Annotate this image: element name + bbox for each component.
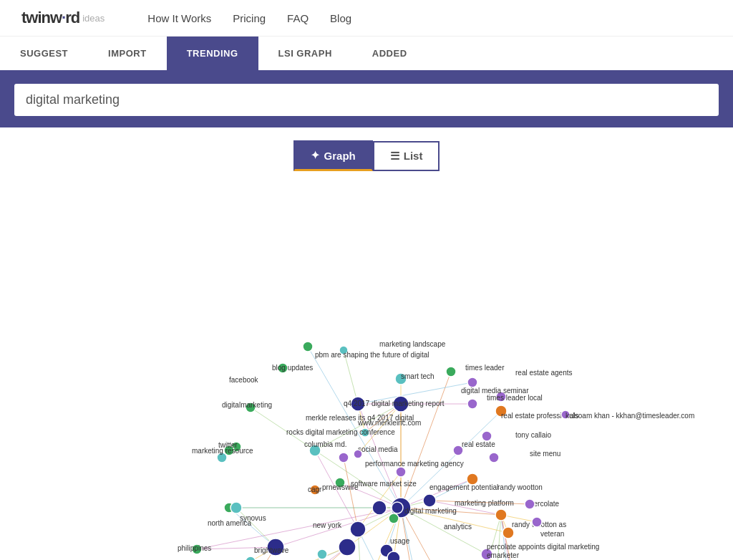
node-label: software market size xyxy=(351,480,417,488)
graph-icon: ✦ xyxy=(311,149,320,162)
node-label: real estate agents xyxy=(515,369,573,377)
graph-node[interactable] xyxy=(532,517,542,527)
node-label: smart tech xyxy=(401,372,435,380)
graph-node[interactable] xyxy=(389,513,399,523)
graph-node[interactable] xyxy=(489,453,499,463)
header: twinw·rd ideas How It Works Pricing FAQ … xyxy=(0,0,733,37)
graph-node[interactable] xyxy=(372,501,387,515)
graph-node[interactable] xyxy=(392,502,403,513)
graph-node[interactable] xyxy=(339,539,356,556)
node-label: digital marketing xyxy=(404,507,457,515)
graph-node[interactable] xyxy=(350,521,366,537)
graph-label: Graph xyxy=(324,150,356,162)
node-label: merkle releases its q4 2017 digital xyxy=(306,414,414,422)
graph-node[interactable] xyxy=(246,556,256,560)
graph-area: digital marketingmarketing agencymarketi… xyxy=(0,178,733,560)
node-label: digitalmarketing xyxy=(222,401,272,409)
node-label: columbia md. xyxy=(304,440,346,448)
tab-import[interactable]: IMPORT xyxy=(88,37,167,70)
node-label: real estate xyxy=(462,440,495,448)
node-label: analytics xyxy=(444,523,472,531)
node-label: q4 2017 digital marketing report xyxy=(344,400,445,407)
node-label: philippines xyxy=(178,544,211,552)
graph-node[interactable] xyxy=(354,450,362,458)
graph-view-button[interactable]: ✦ Graph xyxy=(293,140,373,171)
node-label: times leader local xyxy=(487,394,543,402)
nav-faq[interactable]: FAQ xyxy=(287,12,309,24)
graph-node[interactable] xyxy=(446,367,456,377)
node-label: rocks digital marketing conference xyxy=(286,428,395,436)
graph-node[interactable] xyxy=(423,494,436,507)
tab-added[interactable]: ADDED xyxy=(352,37,427,70)
graph-node[interactable] xyxy=(317,549,327,559)
graph-node[interactable] xyxy=(467,377,477,387)
search-input[interactable] xyxy=(14,84,719,116)
tab-lsi-graph[interactable]: LSI GRAPH xyxy=(258,37,352,70)
node-label: marketing platform xyxy=(455,499,514,507)
node-label: blog updates xyxy=(272,364,313,372)
svg-line-18 xyxy=(197,508,401,549)
node-label: cagr xyxy=(308,486,322,493)
node-label: times leader xyxy=(465,364,505,372)
nav-pricing[interactable]: Pricing xyxy=(233,12,266,24)
graph-controls: ✦ Graph ☰ List xyxy=(0,127,733,178)
logo-dot: · xyxy=(62,9,65,26)
graph-svg: digital marketingmarketing agencymarketi… xyxy=(0,178,733,560)
node-label: marketing resource xyxy=(192,447,253,455)
node-label: performance marketing agency xyxy=(365,460,464,468)
node-label: social media xyxy=(358,445,398,453)
nav-blog[interactable]: Blog xyxy=(330,12,351,24)
search-bar xyxy=(0,72,733,127)
graph-node[interactable] xyxy=(230,502,242,513)
node-label: tony callaio xyxy=(515,431,551,439)
graph-node[interactable] xyxy=(495,509,507,521)
tab-bar: SUGGEST IMPORT TRENDING LSI GRAPH ADDED xyxy=(0,37,733,72)
nav-how-it-works[interactable]: How It Works xyxy=(147,12,211,24)
node-label: veteran xyxy=(540,530,564,538)
node-label: pbm are shaping the future of digital xyxy=(315,351,429,359)
node-label: engagement potential xyxy=(429,483,498,491)
main-nav: How It Works Pricing FAQ Blog xyxy=(147,12,351,24)
node-label: synovus xyxy=(240,514,266,522)
node-label: percolate appoints digital marketing xyxy=(487,543,599,551)
node-label: kulsoam khan - kkhan@timesleader.com xyxy=(565,412,694,420)
graph-node[interactable] xyxy=(482,431,492,441)
tab-suggest[interactable]: SUGGEST xyxy=(0,37,88,70)
node-label: usage xyxy=(390,537,410,545)
graph-node[interactable] xyxy=(503,527,514,539)
node-label: brightwave xyxy=(254,546,289,554)
graph-node[interactable] xyxy=(387,551,400,560)
svg-line-39 xyxy=(344,458,358,529)
logo-text: twinw·rd xyxy=(21,9,79,27)
node-label: randy wootton xyxy=(497,483,543,491)
graph-node[interactable] xyxy=(396,467,406,477)
node-label: emarketer xyxy=(487,551,520,559)
node-label: facebook xyxy=(229,376,259,384)
list-icon: ☰ xyxy=(390,150,399,163)
node-label: site menu xyxy=(530,450,560,458)
node-label: marketing landscape xyxy=(379,340,446,348)
tab-trending[interactable]: TRENDING xyxy=(167,37,258,70)
graph-node[interactable] xyxy=(467,399,477,409)
graph-node[interactable] xyxy=(303,342,313,352)
logo-ideas: ideas xyxy=(82,13,105,24)
node-label: prnewswire xyxy=(322,483,359,491)
graph-node[interactable] xyxy=(339,453,349,463)
node-label: new york xyxy=(313,521,342,529)
list-label: List xyxy=(404,150,423,162)
logo: twinw·rd ideas xyxy=(21,9,105,27)
graph-node[interactable] xyxy=(525,499,535,509)
list-view-button[interactable]: ☰ List xyxy=(373,141,440,171)
